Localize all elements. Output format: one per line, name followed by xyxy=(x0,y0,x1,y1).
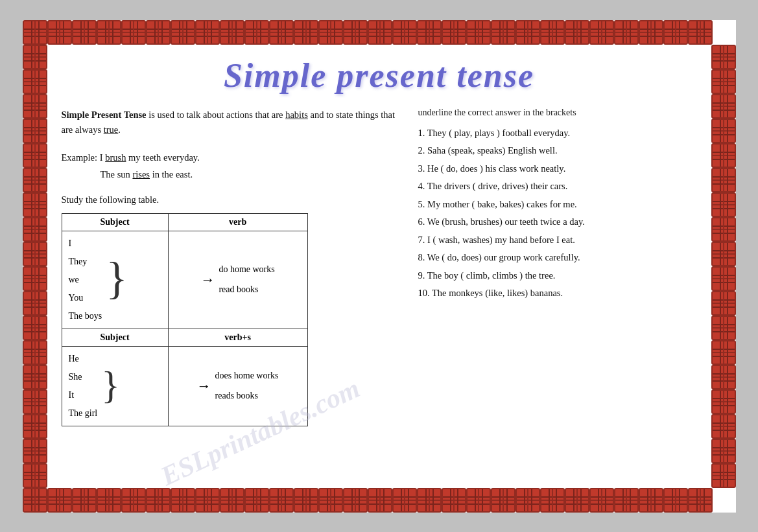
border-brick xyxy=(688,488,713,513)
border-brick xyxy=(442,20,466,45)
desc-habits: habits xyxy=(285,110,308,120)
exercise-item-1: 1. They ( play, plays ) football everyda… xyxy=(418,128,697,138)
border-brick xyxy=(688,20,713,45)
border-brick xyxy=(711,94,736,119)
border-brick xyxy=(711,439,736,463)
exercise-item-2: 2. Saha (speak, speaks) English well. xyxy=(418,146,697,156)
exercise-item-9: 9. The boy ( climb, climbs ) the tree. xyxy=(418,271,697,281)
subject-item: It xyxy=(69,386,98,404)
verb-item: do home works xyxy=(219,260,274,280)
border-brick xyxy=(47,20,72,45)
verb-list-2: does home works reads books xyxy=(215,366,279,406)
border-brick xyxy=(146,20,171,45)
border-brick xyxy=(515,488,540,513)
table-header-verb-2: verb+s xyxy=(168,329,307,347)
border-brick xyxy=(318,20,343,45)
left-column: Simple Present Tense is used to talk abo… xyxy=(62,108,399,427)
table-header-subject-1: Subject xyxy=(62,214,168,231)
exercise-item-8: 8. We ( do, does) our group work careful… xyxy=(418,253,697,262)
border-brick xyxy=(711,192,736,217)
border-brick xyxy=(442,488,466,513)
border-brick xyxy=(711,316,736,340)
border-brick xyxy=(711,291,736,316)
border-brick xyxy=(639,20,663,45)
border-brick xyxy=(23,20,47,45)
subject-item: I xyxy=(69,235,102,253)
border-brick xyxy=(23,69,47,94)
verb-item: reads books xyxy=(215,386,279,406)
border-brick xyxy=(368,488,392,513)
desc-period: . xyxy=(118,124,121,135)
border-brick xyxy=(368,20,392,45)
subject-item: She xyxy=(69,368,98,386)
border-brick xyxy=(72,488,97,513)
border-brick xyxy=(121,20,146,45)
table-header-row-2: Subject verb+s xyxy=(62,329,307,347)
exercise-item-4: 4. The drivers ( drive, drives) their ca… xyxy=(418,181,697,191)
border-brick xyxy=(711,242,736,266)
border-brick xyxy=(23,389,47,414)
border-brick xyxy=(23,94,47,119)
border-brick xyxy=(23,488,47,513)
grammar-table: Subject verb I They we xyxy=(62,213,308,426)
border-brick xyxy=(23,217,47,242)
exercise-item-3: 3. He ( do, does ) his class work neatly… xyxy=(418,164,697,174)
border-brick xyxy=(392,20,417,45)
table-verbs-2: → does home works reads books xyxy=(168,347,307,426)
verb-list-1: do home works read books xyxy=(219,260,274,300)
table-data-row-2: He She It The girl } xyxy=(62,347,307,426)
border-brick xyxy=(392,488,417,513)
border-brick xyxy=(220,488,244,513)
border-brick xyxy=(269,488,294,513)
border-brick xyxy=(491,488,515,513)
page: Simple present tense Simple Present Tens… xyxy=(23,20,736,513)
arrow-icon-2: → xyxy=(197,378,211,395)
border-brick xyxy=(195,20,220,45)
subject-item: The girl xyxy=(69,404,98,422)
table-header-row-1: Subject verb xyxy=(62,214,307,231)
border-brick xyxy=(23,45,47,69)
border-brick xyxy=(23,365,47,389)
description-bold: Simple Present Tense xyxy=(62,110,147,120)
border-brick xyxy=(540,488,565,513)
exercise-item-10: 10. The monkeys (like, likes) bananas. xyxy=(418,288,697,298)
border-brick xyxy=(97,20,121,45)
border-brick xyxy=(711,365,736,389)
subject-list-1: I They we You The boys xyxy=(69,235,102,325)
subject-item: They xyxy=(69,253,102,271)
border-brick xyxy=(23,316,47,340)
border-brick xyxy=(23,143,47,168)
border-brick xyxy=(121,488,146,513)
border-brick xyxy=(417,488,442,513)
border-brick xyxy=(614,20,639,45)
border-brick xyxy=(23,463,47,488)
border-brick xyxy=(711,119,736,143)
border-brick xyxy=(711,45,736,69)
border-brick xyxy=(269,20,294,45)
border-brick xyxy=(711,414,736,439)
border-brick xyxy=(614,488,639,513)
table-data-row-1: I They we You The boys } xyxy=(62,231,307,329)
exercise-item-5: 5. My mother ( bake, bakes) cakes for me… xyxy=(418,200,697,209)
example-line-2: The sun rises in the east. xyxy=(101,166,399,183)
border-brick xyxy=(72,20,97,45)
border-brick xyxy=(711,340,736,365)
border-brick xyxy=(171,488,195,513)
border-brick xyxy=(23,119,47,143)
border-brick xyxy=(466,20,491,45)
table-header-subject-2: Subject xyxy=(62,329,168,347)
border-brick xyxy=(343,20,368,45)
subject-list-2: He She It The girl xyxy=(69,350,98,422)
border-brick xyxy=(540,20,565,45)
subject-item: You xyxy=(69,289,102,307)
border-brick xyxy=(23,439,47,463)
table-subjects-1: I They we You The boys } xyxy=(62,231,168,329)
border-brick xyxy=(171,20,195,45)
subject-item: He xyxy=(69,350,98,368)
border-brick xyxy=(565,488,589,513)
border-brick xyxy=(491,20,515,45)
border-brick xyxy=(23,168,47,192)
border-brick xyxy=(589,20,614,45)
border-brick xyxy=(23,242,47,266)
border-brick xyxy=(47,488,72,513)
